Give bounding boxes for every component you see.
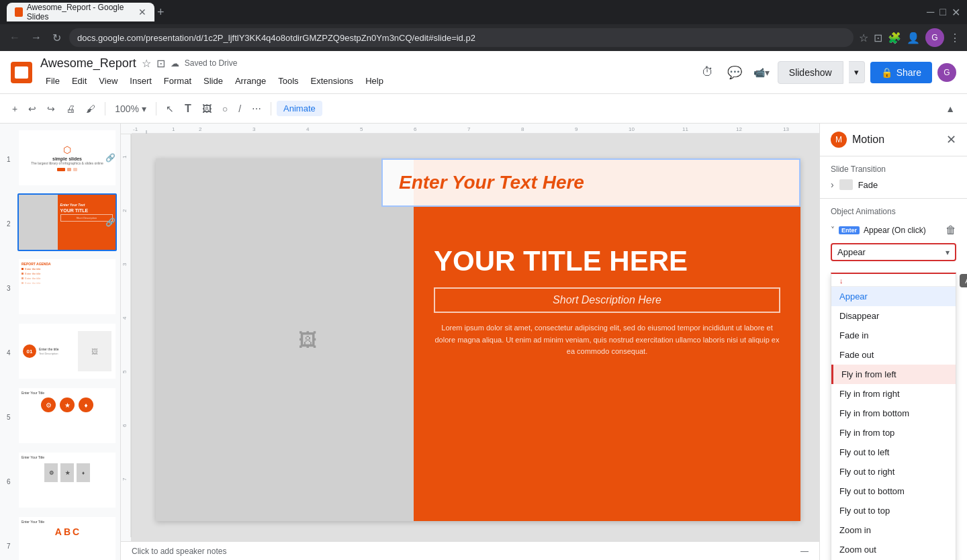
menu-format[interactable]: Format xyxy=(158,73,197,89)
slide-2-thumb[interactable]: Enter Your Text YOUR TITLE Short Descrip… xyxy=(17,193,117,251)
history-btn[interactable]: ⏱ xyxy=(697,62,719,83)
image-btn[interactable]: 🖼 xyxy=(198,101,216,117)
notes-text[interactable]: Click to add speaker notes xyxy=(132,547,226,556)
slide5-icon3: ♦ xyxy=(79,398,93,412)
dropdown-item-appear[interactable]: Appear xyxy=(831,287,956,306)
menu-bar: File Edit View Insert Format Slide Arran… xyxy=(40,73,389,89)
dropdown-item-zoom-out[interactable]: Zoom out xyxy=(831,540,956,559)
menu-arrange[interactable]: Arrange xyxy=(230,73,271,89)
undo-btn[interactable]: ↩ xyxy=(24,101,40,117)
slide-3-thumb[interactable]: REPORT AGENDA Enter the title Enter the … xyxy=(17,258,117,316)
doc-title[interactable]: Awesome_Report xyxy=(40,56,136,71)
slide-1-thumb[interactable]: ⬡ simple slides The largest library of i… xyxy=(17,129,117,187)
redo-btn[interactable]: ↪ xyxy=(43,101,59,117)
camera-btn[interactable]: 📹▾ xyxy=(751,62,772,83)
motion-header: M Motion ✕ xyxy=(820,124,967,156)
present-icon[interactable]: ⊡ xyxy=(156,57,165,70)
appear-dropdown-arrow-icon: ▾ xyxy=(946,248,950,257)
slide-transition-label: Slide Transition xyxy=(831,165,956,174)
menu-slide[interactable]: Slide xyxy=(198,73,228,89)
line-btn[interactable]: / xyxy=(234,101,245,117)
star-icon[interactable]: ☆ xyxy=(142,57,151,70)
dropdown-item-fly-out-right[interactable]: Fly out to right xyxy=(831,462,956,481)
slide-6-thumb[interactable]: Enter Your Title ⚙ ★ ♦ xyxy=(17,451,117,509)
svg-text:3: 3 xyxy=(122,263,128,266)
slide-7-thumb[interactable]: Enter Your Title A B C xyxy=(17,516,117,560)
share-button[interactable]: 🔒 Share xyxy=(870,62,932,83)
tab-close-btn[interactable]: ✕ xyxy=(138,7,146,17)
active-tab[interactable]: Awesome_Report - Google Slides ✕ xyxy=(7,3,154,21)
shape-btn[interactable]: ○ xyxy=(218,101,232,117)
textbox-btn[interactable]: T xyxy=(181,100,195,118)
anim-delete-btn[interactable]: 🗑 xyxy=(946,224,956,236)
cloud-icon[interactable]: ☁ xyxy=(171,58,179,68)
screenshare-icon[interactable]: ⊡ xyxy=(874,32,882,44)
paint-format-btn[interactable]: 🖌 xyxy=(82,101,99,117)
motion-close-btn[interactable]: ✕ xyxy=(946,132,956,147)
menu-edit[interactable]: Edit xyxy=(66,73,92,89)
forward-btn[interactable]: → xyxy=(28,29,44,46)
slide-text-box[interactable]: Enter Your Text Here xyxy=(381,158,800,207)
slide-text-title[interactable]: Enter Your Text Here xyxy=(399,172,783,193)
add-slide-btn[interactable]: + xyxy=(8,101,21,117)
app-user-avatar[interactable]: G xyxy=(937,63,956,82)
dropdown-item-fly-out-top[interactable]: Fly out to top xyxy=(831,501,956,520)
url-bar[interactable]: docs.google.com/presentation/d/1c2P_ljft… xyxy=(69,28,854,47)
slide-5-inner: Enter Your Title ⚙ ★ ♦ xyxy=(17,387,117,445)
slideshow-button[interactable]: Slideshow xyxy=(778,61,843,84)
dropdown-item-zoom-in[interactable]: Zoom in xyxy=(831,520,956,540)
svg-text:5: 5 xyxy=(360,126,363,132)
slide-4-thumb[interactable]: 01 Enter the titleText Description 🖼 xyxy=(17,322,117,380)
anim-chevron-btn[interactable]: ˅ xyxy=(831,226,835,235)
comment-btn[interactable]: 💬 xyxy=(724,62,745,83)
menu-view[interactable]: View xyxy=(93,73,123,89)
extension-icon[interactable]: 🧩 xyxy=(888,32,901,44)
more-options-icon[interactable]: ⋮ xyxy=(950,32,960,44)
menu-help[interactable]: Help xyxy=(360,73,389,89)
appear-dropdown[interactable]: Appear ▾ xyxy=(831,243,956,261)
menu-tools[interactable]: Tools xyxy=(273,73,304,89)
dropdown-item-fade-out[interactable]: Fade out xyxy=(831,345,956,365)
dropdown-item-disappear[interactable]: Disappear xyxy=(831,306,956,326)
more-shapes-btn[interactable]: ⋯ xyxy=(248,101,265,117)
slide-1-link-icon: 🔗 xyxy=(105,153,116,162)
transition-expand-btn[interactable]: › xyxy=(831,179,834,190)
refresh-btn[interactable]: ↻ xyxy=(50,29,64,47)
bookmark-icon[interactable]: ☆ xyxy=(859,32,868,44)
dropdown-item-fly-in-bottom[interactable]: Fly in from bottom xyxy=(831,404,956,423)
dropdown-item-fly-in-left[interactable]: Fly in from left xyxy=(831,365,956,384)
svg-text:3: 3 xyxy=(252,126,256,132)
transition-label-text[interactable]: Fade xyxy=(858,180,878,190)
slide3-rows: Enter the title Enter the title Enter th… xyxy=(21,267,113,285)
close-btn[interactable]: ✕ xyxy=(952,6,960,19)
share-lock-icon: 🔒 xyxy=(881,67,892,78)
maximize-btn[interactable]: □ xyxy=(939,6,946,18)
dropdown-item-fly-in-right[interactable]: Fly in from right xyxy=(831,384,956,404)
menu-extensions[interactable]: Extensions xyxy=(306,73,359,89)
minimize-btn[interactable]: ─ xyxy=(927,6,934,18)
collapse-toolbar-btn[interactable]: ▲ xyxy=(941,101,959,117)
anim-desc-text: Appear (On click) xyxy=(864,226,926,235)
animate-btn[interactable]: Animate xyxy=(277,101,322,116)
notes-bar: Click to add speaker notes — xyxy=(121,541,819,560)
dropdown-item-fly-out-left[interactable]: Fly out to left xyxy=(831,442,956,462)
select-btn[interactable]: ↖ xyxy=(162,101,178,117)
user-avatar[interactable]: G xyxy=(925,28,944,47)
profile-icon[interactable]: 👤 xyxy=(907,32,920,44)
slide-main-title[interactable]: YOUR TITLE HERE xyxy=(434,246,780,277)
dropdown-item-fly-out-bottom[interactable]: Fly out to bottom xyxy=(831,481,956,501)
slideshow-dropdown-btn[interactable]: ▾ xyxy=(849,61,865,83)
print-btn[interactable]: 🖨 xyxy=(62,101,79,117)
dropdown-item-fade-in[interactable]: Fade in xyxy=(831,326,956,345)
dropdown-item-fly-in-top[interactable]: Fly in from top xyxy=(831,423,956,442)
menu-file[interactable]: File xyxy=(40,73,65,89)
slide-6-content: Enter Your Title ⚙ ★ ♦ xyxy=(19,453,116,508)
menu-insert[interactable]: Insert xyxy=(124,73,157,89)
slide-desc-text[interactable]: Short Description Here xyxy=(443,294,771,306)
zoom-selector[interactable]: 100% ▾ xyxy=(111,101,150,117)
back-btn[interactable]: ← xyxy=(7,29,23,46)
new-tab-button[interactable]: + xyxy=(157,5,165,19)
slide6-icon2: ★ xyxy=(60,463,74,482)
slide7-c: C xyxy=(73,526,79,537)
slide-5-thumb[interactable]: Enter Your Title ⚙ ★ ♦ xyxy=(17,387,117,445)
